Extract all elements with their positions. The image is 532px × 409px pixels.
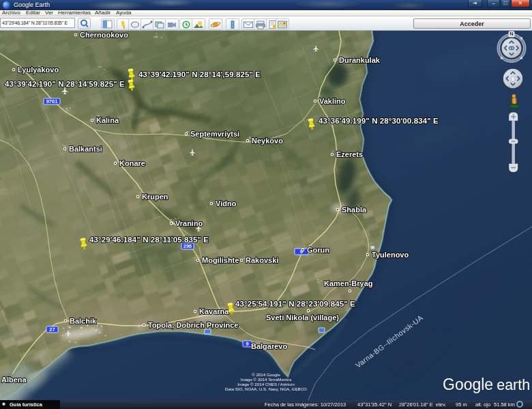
svg-text:27: 27 (49, 326, 55, 333)
svg-text:Konare: Konare (119, 159, 145, 167)
svg-text:Topola, Dobrich Province: Topola, Dobrich Province (148, 321, 238, 329)
svg-text:43°39'42.190" N 28°14'59.825": 43°39'42.190" N 28°14'59.825" E (5, 80, 125, 88)
svg-text:Sveti Nikola (village): Sveti Nikola (village) (266, 313, 339, 322)
svg-text:Kalina: Kalina (96, 116, 119, 124)
svg-text:Rakovski: Rakovski (246, 256, 278, 264)
svg-text:Vaklino: Vaklino (319, 97, 346, 105)
svg-text:Tyulenovo: Tyulenovo (372, 251, 409, 259)
svg-text:9701: 9701 (46, 98, 58, 104)
svg-text:Vidno: Vidno (216, 199, 237, 208)
svg-text:Kamen-Bryag: Kamen-Bryag (324, 279, 373, 287)
svg-text:Googleearth: Googleearth (443, 376, 530, 393)
svg-text:Shabla: Shabla (342, 206, 367, 214)
svg-text:296: 296 (183, 243, 192, 249)
svg-text:Balkantsi: Balkantsi (69, 145, 102, 153)
svg-text:Gorun: Gorun (307, 246, 329, 254)
svg-text:43°39'42.190" N 28°14',59.825": 43°39'42.190" N 28°14',59.825" E (138, 70, 261, 79)
svg-text:Kavarna: Kavarna (199, 307, 229, 315)
svg-text:Image © 2014 CNES / Astrium: Image © 2014 CNES / Astrium (237, 382, 295, 386)
svg-text:9: 9 (246, 341, 248, 347)
svg-text:Data SIO, NOAA, U.S. Navy, NGA: Data SIO, NOAA, U.S. Navy, NGA, GEBCO (225, 386, 307, 391)
svg-text:Mogilishte: Mogilishte (202, 256, 239, 264)
svg-text:43°36'49.199" N 28°30'00.834": 43°36'49.199" N 28°30'00.834" E (319, 117, 439, 125)
svg-text:Image © 2014 TerraMetrics: Image © 2014 TerraMetrics (241, 377, 292, 382)
svg-text:Balgarevo: Balgarevo (251, 342, 287, 350)
svg-text:Neykovo: Neykovo (252, 137, 283, 145)
svg-text:43°25'54.191" N 28°23'09.845": 43°25'54.191" N 28°23'09.845" E (235, 300, 355, 308)
svg-text:43°29'46.184" N 28°11'05.835": 43°29'46.184" N 28°11'05.835" E (89, 236, 209, 244)
svg-text:Septemvriytsi: Septemvriytsi (190, 130, 239, 138)
svg-text:Albena: Albena (1, 376, 27, 384)
svg-text:N: N (509, 31, 513, 37)
svg-text:© 2014 Google: © 2014 Google (252, 372, 280, 377)
svg-text:Durankulak: Durankulak (339, 56, 381, 64)
svg-text:Ezerets: Ezerets (336, 150, 363, 158)
svg-text:Krupen: Krupen (142, 193, 168, 201)
svg-text:Balchik: Balchik (70, 317, 97, 325)
svg-text:Lyulyakovo: Lyulyakovo (18, 66, 59, 74)
svg-text:Vranino: Vranino (175, 219, 203, 227)
svg-text:Chernookovo: Chernookovo (80, 31, 128, 39)
